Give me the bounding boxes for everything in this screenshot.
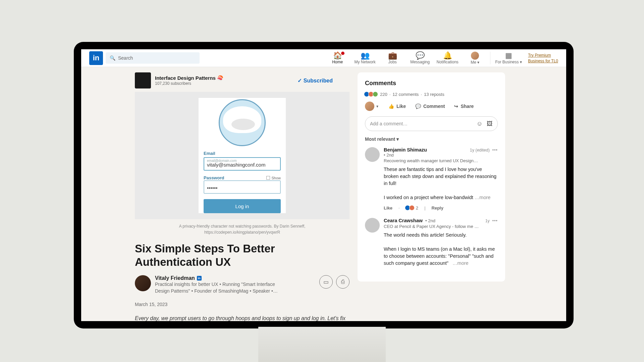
grid-icon: ▦: [505, 52, 512, 59]
page-body: Interface Design Patterns 🍣 107,230 subs…: [81, 67, 566, 321]
book-icon: ▭: [323, 279, 329, 286]
reposts-count: 13 reposts: [424, 92, 444, 97]
comment-placeholder: Add a comment…: [370, 121, 408, 126]
user-avatar[interactable]: [365, 102, 374, 111]
publication-subs: 107,230 subscribers: [155, 81, 223, 86]
author-actions: ▭ ⎙: [319, 275, 350, 289]
hero-caption: A privacy-friendly character not watchin…: [135, 223, 350, 235]
nav-business[interactable]: ▦ For Business ▾: [492, 52, 525, 65]
nav-divider: [490, 52, 490, 64]
sort-dropdown[interactable]: Most relevant ▾: [365, 136, 498, 142]
commenter-degree: • 2nd: [425, 218, 435, 223]
notification-dot: [340, 51, 345, 56]
nav-items: 🏠 Home 👥 My Network 💼 Jobs 💬 Messaging: [324, 52, 525, 65]
chat-icon: 💬: [416, 52, 425, 59]
business-premium-link[interactable]: Business for TL0: [528, 59, 558, 63]
premium-links: Try Premium Business for TL0: [528, 53, 558, 63]
see-more-link[interactable]: …more: [475, 195, 491, 200]
login-button: Log in: [204, 199, 281, 213]
image-icon[interactable]: 🖼: [487, 120, 493, 127]
comments-panel: Comments 220 · 12 comments · 13 reposts: [358, 72, 505, 282]
nav-home[interactable]: 🏠 Home: [324, 52, 351, 65]
commenter-degree: • 2nd: [384, 153, 498, 158]
yeti-avatar-icon: [219, 99, 266, 146]
top-nav: in 🔍 Search 🏠 Home 👥 My Network 💼 Jobs: [81, 49, 566, 67]
chevron-down-icon[interactable]: ▼: [376, 105, 379, 108]
monitor-frame: in 🔍 Search 🏠 Home 👥 My Network 💼 Jobs: [74, 42, 574, 328]
emoji-icon[interactable]: ☺: [477, 120, 483, 127]
email-value: vitaly@smashingconf.com: [207, 162, 265, 168]
linkedin-logo[interactable]: in: [89, 51, 103, 65]
nav-messaging[interactable]: 💬 Messaging: [406, 52, 434, 65]
subscribed-button[interactable]: ✓ Subscribed: [298, 77, 333, 84]
save-button[interactable]: ⎙: [336, 275, 350, 289]
nav-jobs[interactable]: 💼 Jobs: [379, 52, 406, 65]
like-button[interactable]: 👍 Like: [388, 104, 406, 109]
reaction-icons: [365, 92, 378, 97]
comment-like-button[interactable]: Like: [384, 205, 392, 210]
publication-name[interactable]: Interface Design Patterns 🍣: [155, 75, 223, 81]
celebrate-icon: [373, 92, 378, 97]
comment-text: These are fantastic tips and I love how …: [384, 166, 498, 201]
article-title: Six Simple Steps To Better Authenticatio…: [135, 242, 350, 268]
share-icon: ↪: [454, 104, 458, 109]
comment-reactions[interactable]: 2: [406, 205, 418, 210]
share-button[interactable]: ↪ Share: [454, 104, 474, 109]
comments-column: Comments 220 · 12 comments · 13 reposts: [358, 72, 505, 321]
email-field: email@domain.com vitaly@smashingconf.com: [204, 157, 281, 171]
comment-reply-button[interactable]: Reply: [432, 205, 443, 210]
author-block: Vitaly Friedman in Practical insights fo…: [135, 275, 350, 294]
try-premium-link[interactable]: Try Premium: [528, 53, 558, 58]
commenter-avatar[interactable]: [365, 147, 380, 162]
checkbox-icon: [266, 176, 270, 180]
comment-button[interactable]: 💬 Comment: [415, 104, 445, 109]
reaction-count: 220: [380, 92, 387, 97]
see-more-link[interactable]: …more: [452, 260, 469, 266]
nav-network[interactable]: 👥 My Network: [351, 52, 379, 65]
commenter-name[interactable]: Ceara Crawshaw: [384, 218, 423, 223]
publication-header: Interface Design Patterns 🍣 107,230 subs…: [135, 72, 350, 88]
more-icon[interactable]: •••: [492, 148, 498, 153]
commenter-name[interactable]: Benjamin Shimazu: [384, 147, 427, 153]
comment-age: 1y: [485, 219, 490, 223]
author-bio: Practical insights for better UX • Runni…: [155, 281, 282, 294]
publication-thumb[interactable]: [135, 72, 151, 88]
main-column: Interface Design Patterns 🍣 107,230 subs…: [135, 72, 350, 321]
speech-icon: 💬: [415, 104, 421, 109]
commenter-role: CEO at Pencil & Paper UX Agency - follow…: [384, 224, 498, 229]
show-password-toggle: Show: [266, 176, 281, 180]
commenter-role: Recovering wealth manager turned UX Desi…: [384, 158, 498, 163]
linkedin-badge-icon: in: [197, 276, 202, 281]
nav-me[interactable]: Me ▾: [461, 52, 489, 65]
password-label: Password: [204, 175, 224, 180]
read-button[interactable]: ▭: [319, 275, 333, 289]
email-placeholder: email@domain.com: [207, 159, 237, 163]
comment-input[interactable]: Add a comment… ☺ 🖼: [365, 116, 498, 131]
bookmark-icon: ⎙: [341, 279, 344, 285]
comment-footer: Like · 2 | Reply: [384, 205, 498, 210]
password-field: ••••••: [204, 180, 281, 194]
action-row: ▼ 👍 Like 💬 Comment ↪ Share: [365, 102, 498, 111]
commenter-avatar[interactable]: [365, 218, 380, 233]
monitor-stand: [258, 327, 386, 362]
nav-notifications[interactable]: 🔔 Notifications: [434, 52, 461, 65]
password-value: ••••••: [207, 185, 218, 191]
comments-count: 12 comments: [392, 92, 419, 97]
search-placeholder: Search: [118, 55, 133, 61]
author-name[interactable]: Vitaly Friedman in: [155, 275, 282, 281]
more-icon[interactable]: •••: [492, 219, 498, 223]
hero-image: Email email@domain.com vitaly@smashingco…: [135, 92, 350, 219]
briefcase-icon: 💼: [388, 52, 397, 59]
thumb-icon: 👍: [388, 104, 394, 109]
email-label: Email: [204, 151, 281, 156]
love-icon: [409, 205, 415, 210]
screen: in 🔍 Search 🏠 Home 👥 My Network 💼 Jobs: [81, 49, 566, 321]
comment-item: Benjamin Shimazu 1y (edited) ••• • 2nd R…: [365, 147, 498, 210]
comment-age: 1y (edited): [470, 148, 490, 153]
login-form-illustration: Email email@domain.com vitaly@smashingco…: [199, 98, 286, 213]
author-avatar[interactable]: [135, 275, 151, 291]
bell-icon: 🔔: [443, 52, 452, 59]
avatar: [471, 52, 479, 60]
reactions-summary[interactable]: 220 · 12 comments · 13 reposts: [365, 92, 498, 97]
search-input[interactable]: 🔍 Search: [106, 52, 200, 64]
